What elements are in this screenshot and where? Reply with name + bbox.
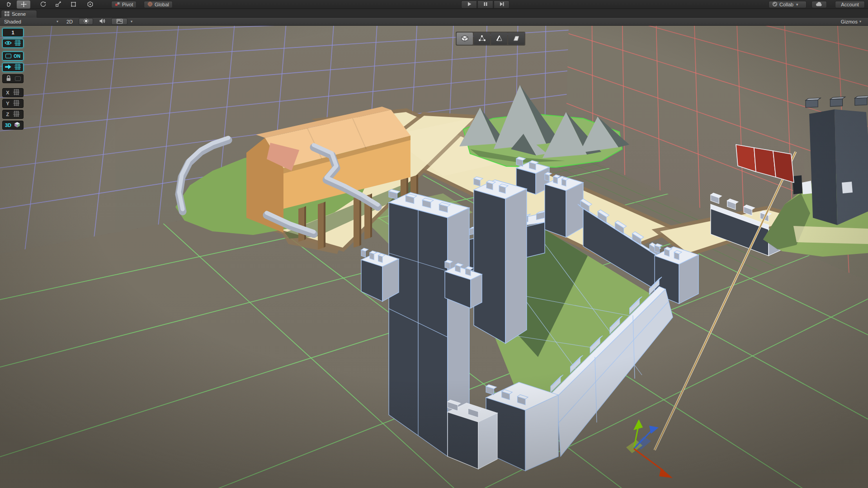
face-mode-icon bbox=[512, 35, 520, 43]
axis-x-label: X bbox=[6, 90, 9, 95]
vertex-mode-icon bbox=[478, 35, 486, 43]
scale-icon bbox=[55, 1, 61, 9]
scene-lighting-toggle[interactable] bbox=[79, 18, 93, 25]
house-post bbox=[298, 207, 304, 242]
rect-tool-button[interactable] bbox=[66, 0, 80, 9]
step-icon bbox=[499, 1, 505, 8]
hand-tool-button[interactable] bbox=[2, 0, 15, 9]
scene-effects-button[interactable] bbox=[111, 18, 127, 25]
hand-icon bbox=[5, 1, 12, 9]
lock-box-icon bbox=[15, 76, 21, 81]
main-toolbar: Pivot Global Collab ▼ Account bbox=[0, 0, 868, 9]
image-effects-icon bbox=[116, 19, 123, 25]
collab-label: Collab bbox=[779, 2, 793, 7]
grid-glyph-icon bbox=[14, 40, 21, 47]
speaker-icon bbox=[99, 18, 105, 25]
scale-tool-button[interactable] bbox=[51, 0, 65, 9]
transform-icon bbox=[87, 1, 94, 9]
shading-mode-label: Shaded bbox=[4, 19, 21, 24]
gizmos-label: Gizmos bbox=[841, 19, 858, 24]
edge-mode-icon bbox=[495, 35, 503, 43]
move-tool-button[interactable] bbox=[17, 0, 30, 9]
grid-glyph-icon bbox=[13, 89, 20, 96]
object-mode-icon bbox=[461, 35, 469, 43]
castle-wall-face bbox=[478, 413, 497, 469]
rotate-icon bbox=[40, 1, 47, 9]
global-label: Global bbox=[155, 2, 169, 7]
scene-tab-icon bbox=[5, 11, 9, 17]
progrids-push-to-grid-button[interactable] bbox=[2, 63, 24, 72]
play-icon bbox=[467, 1, 472, 8]
move-icon bbox=[20, 1, 27, 9]
progrids-axis-z-button[interactable]: Z bbox=[2, 110, 24, 119]
tower-base-highlight bbox=[842, 182, 853, 193]
collab-button[interactable]: Collab ▼ bbox=[769, 1, 807, 8]
progrids-show-grid-button[interactable] bbox=[2, 39, 24, 48]
axis-z-label: Z bbox=[6, 112, 9, 117]
castle-wall-face bbox=[566, 183, 583, 237]
tab-row: Scene bbox=[0, 9, 868, 18]
global-toggle-button[interactable]: Global bbox=[144, 1, 173, 8]
cloud-button[interactable] bbox=[811, 1, 827, 8]
house-post bbox=[318, 202, 324, 249]
object-mode-button[interactable] bbox=[457, 33, 473, 45]
tower-base-highlight bbox=[802, 181, 812, 194]
progrids-axis-y-button[interactable]: Y bbox=[2, 99, 24, 108]
castle-wall-face bbox=[474, 190, 505, 343]
edge-mode-button[interactable] bbox=[491, 33, 507, 45]
pause-icon bbox=[483, 1, 488, 8]
tab-scene[interactable]: Scene bbox=[1, 10, 37, 18]
pivot-label: Pivot bbox=[122, 2, 133, 7]
pivot-icon bbox=[115, 1, 120, 8]
tower-body-right bbox=[835, 109, 868, 225]
grid-glyph-icon bbox=[13, 100, 20, 107]
scene-tab-label: Scene bbox=[12, 11, 26, 17]
account-button[interactable]: Account bbox=[835, 1, 865, 8]
scene-control-bar: Shaded ▾ 2D ▾ Gizmos ▾ bbox=[0, 18, 868, 26]
scene-audio-toggle[interactable] bbox=[96, 18, 108, 25]
rotate-tool-button[interactable] bbox=[36, 0, 50, 9]
tower-doorway bbox=[793, 175, 802, 194]
hill-path-strip bbox=[793, 226, 868, 244]
progrids-axis-x-button[interactable]: X bbox=[2, 88, 24, 97]
lock-icon bbox=[5, 75, 12, 82]
play-button[interactable] bbox=[461, 0, 477, 9]
step-button[interactable] bbox=[494, 0, 509, 9]
progrids-lock-grid-button[interactable] bbox=[2, 74, 24, 83]
pause-button[interactable] bbox=[477, 0, 493, 9]
progrids-snap-size-button[interactable]: 1 bbox=[2, 28, 24, 37]
snap-on-label: ON bbox=[14, 54, 20, 59]
2d-label: 2D bbox=[66, 19, 73, 24]
house-post-side bbox=[359, 195, 361, 246]
vertex-mode-button[interactable] bbox=[474, 33, 490, 45]
face-mode-button[interactable] bbox=[508, 33, 524, 45]
scene-viewport[interactable] bbox=[0, 0, 868, 488]
collab-caret-icon: ▼ bbox=[795, 3, 799, 7]
sun-icon bbox=[83, 18, 89, 25]
castle-wall-face bbox=[505, 189, 527, 343]
house-post bbox=[354, 196, 359, 248]
shading-mode-dropdown[interactable]: Shaded ▾ bbox=[2, 18, 61, 25]
mode-3d-label: 3D bbox=[5, 122, 11, 128]
snap-box-icon bbox=[5, 54, 11, 58]
probuilder-mode-toolbar bbox=[456, 32, 525, 46]
account-label: Account bbox=[841, 2, 859, 7]
rect-icon bbox=[70, 1, 77, 9]
collab-check-icon bbox=[772, 1, 778, 8]
arrow-right-icon bbox=[5, 64, 12, 71]
transform-tool-button[interactable] bbox=[83, 0, 97, 9]
house-post-side bbox=[324, 202, 326, 248]
effects-caret-icon: ▾ bbox=[131, 19, 132, 23]
gizmos-dropdown[interactable]: Gizmos ▾ bbox=[839, 18, 863, 25]
progrids-3d-mode-button[interactable]: 3D bbox=[2, 121, 24, 130]
progrids-snap-toggle-button[interactable]: ON bbox=[2, 52, 24, 61]
grid-glyph-icon bbox=[13, 111, 20, 118]
effects-caret-button[interactable]: ▾ bbox=[128, 18, 135, 25]
castle-wall-face bbox=[545, 184, 566, 237]
scene-3d-canvas[interactable] bbox=[0, 0, 868, 488]
cloud-icon bbox=[816, 1, 823, 8]
2d-toggle[interactable]: 2D bbox=[64, 18, 75, 25]
shading-caret-icon: ▾ bbox=[57, 19, 58, 23]
merlon bbox=[806, 100, 818, 108]
pivot-toggle-button[interactable]: Pivot bbox=[111, 1, 137, 8]
